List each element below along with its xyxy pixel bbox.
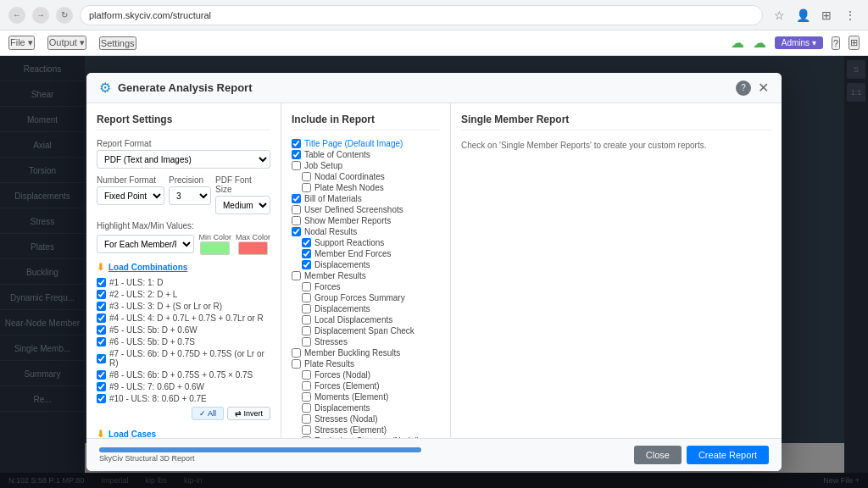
include-label-26: Stresses (Element): [314, 425, 387, 435]
lc-8: #8 - ULS: 6b: D + 0.75S + 0.75 × 0.7S: [97, 370, 270, 380]
include-checkbox-21[interactable]: [302, 370, 311, 380]
include-item-20: Plate Results: [292, 359, 440, 369]
include-item-11: Displacements: [292, 260, 440, 269]
include-item-9: Support Reactions: [292, 238, 440, 247]
max-color-box[interactable]: [238, 241, 268, 255]
settings-button[interactable]: Settings: [99, 36, 136, 50]
include-item-21: Forces (Nodal): [292, 370, 440, 380]
lc-5-checkbox[interactable]: [97, 325, 106, 335]
bookmark-icon[interactable]: ☆: [770, 6, 788, 25]
include-label-12: Member Results: [304, 271, 366, 280]
number-format-select[interactable]: Fixed Point: [97, 186, 164, 205]
lc-8-label: #8 - ULS: 6b: D + 0.75S + 0.75 × 0.7S: [109, 370, 253, 380]
help-button[interactable]: ?: [832, 36, 840, 50]
report-settings-title: Report Settings: [97, 114, 270, 130]
include-checkbox-9[interactable]: [302, 238, 311, 247]
include-item-23: Moments (Element): [292, 392, 440, 402]
include-checkbox-25[interactable]: [302, 414, 311, 424]
lc-invert-button[interactable]: ⇄ Invert: [227, 407, 270, 420]
include-checkbox-24[interactable]: [302, 403, 311, 413]
lc-6-checkbox[interactable]: [97, 337, 106, 347]
back-button[interactable]: ←: [8, 7, 25, 24]
modal-overlay: ⚙ Generate Analysis Report ? ✕ Report Se…: [0, 56, 868, 488]
include-checkbox-2[interactable]: [292, 161, 301, 170]
include-checkbox-13[interactable]: [302, 282, 311, 291]
include-checkbox-8[interactable]: [292, 227, 301, 236]
precision-select[interactable]: 3: [169, 186, 211, 205]
pdf-font-size-select[interactable]: Medium: [215, 196, 270, 214]
url-bar[interactable]: platform.skyciv.com/structural: [80, 5, 763, 25]
include-checkbox-7[interactable]: [292, 216, 301, 225]
lc-2-label: #2 - ULS: 2: D + L: [109, 290, 177, 299]
lc-3-checkbox[interactable]: [97, 302, 106, 311]
include-label-20: Plate Results: [304, 359, 354, 369]
include-checkbox-10[interactable]: [302, 249, 311, 258]
include-checkbox-19[interactable]: [292, 348, 301, 358]
forward-button[interactable]: →: [32, 7, 49, 24]
number-format-row: Number Format Fixed Point Precision 3: [97, 175, 270, 221]
create-report-button[interactable]: Create Report: [687, 446, 769, 464]
include-checkbox-3[interactable]: [302, 172, 311, 181]
include-label-17: Displacement Span Check: [314, 326, 415, 336]
include-item-24: Displacements: [292, 403, 440, 413]
include-checkbox-14[interactable]: [302, 293, 311, 302]
include-item-19: Member Buckling Results: [292, 348, 440, 358]
extensions-icon[interactable]: ⊞: [817, 6, 836, 25]
include-checkbox-26[interactable]: [302, 425, 311, 435]
cloud-save-icon[interactable]: ☁: [731, 35, 744, 51]
for-each-select[interactable]: For Each Member/Plate: [97, 235, 194, 253]
profile-icon[interactable]: 👤: [793, 6, 812, 25]
include-item-16: Local Displacements: [292, 315, 440, 324]
include-checkbox-5[interactable]: [292, 194, 301, 203]
include-checkbox-16[interactable]: [302, 315, 311, 324]
close-button[interactable]: Close: [634, 446, 682, 464]
lc-4-checkbox[interactable]: [97, 313, 106, 323]
include-checkbox-11[interactable]: [302, 260, 311, 269]
grid-button[interactable]: ⊞: [849, 36, 860, 50]
include-checkbox-12[interactable]: [292, 271, 301, 280]
include-label-22: Forces (Element): [314, 381, 380, 391]
include-label-8: Nodal Results: [304, 227, 357, 236]
lc-7-checkbox[interactable]: [97, 354, 106, 363]
include-checkbox-15[interactable]: [302, 304, 311, 313]
include-checkbox-6[interactable]: [292, 205, 301, 214]
include-checkbox-4[interactable]: [302, 183, 311, 192]
lc-10-checkbox[interactable]: [97, 394, 106, 403]
dialog-title: Generate Analysis Report: [118, 81, 729, 94]
lc-9-checkbox[interactable]: [97, 382, 106, 391]
include-item-7: Show Member Reports: [292, 216, 440, 225]
pdf-font-size-group: PDF Font Size Medium: [215, 175, 270, 214]
include-checkbox-17[interactable]: [302, 326, 311, 336]
lc-3-label: #3 - ULS: 3: D + (S or Lr or R): [109, 302, 222, 311]
file-menu-button[interactable]: File ▾: [8, 36, 35, 50]
lc-5: #5 - ULS: 5b: D + 0.6W: [97, 325, 270, 335]
footer-progress-container: SkyCiv Structural 3D Report: [99, 447, 626, 463]
include-label-7: Show Member Reports: [304, 216, 391, 225]
include-checkbox-20[interactable]: [292, 359, 301, 369]
include-label-14: Group Forces Summary: [314, 293, 405, 302]
include-checkbox-1[interactable]: [292, 150, 301, 159]
menu-icon[interactable]: ⋮: [841, 6, 860, 25]
include-checkbox-0[interactable]: [292, 139, 301, 148]
lc-4: #4 - ULS: 4: D + 0.7L + 0.7S + 0.7Lr or …: [97, 313, 270, 323]
refresh-button[interactable]: ↻: [56, 7, 73, 24]
load-combinations-link[interactable]: Load Combinations: [108, 263, 187, 272]
min-color-box[interactable]: [200, 241, 230, 255]
include-checkbox-23[interactable]: [302, 392, 311, 402]
lc-8-checkbox[interactable]: [97, 370, 106, 380]
include-checkbox-18[interactable]: [302, 337, 311, 347]
report-format-select[interactable]: PDF (Text and Images): [97, 150, 270, 169]
dialog-close-x-button[interactable]: ✕: [758, 81, 769, 95]
load-cases-link[interactable]: Load Cases: [108, 430, 156, 438]
include-item-3: Nodal Coordinates: [292, 172, 440, 181]
lc-2-checkbox[interactable]: [97, 290, 106, 299]
dialog-help-button[interactable]: ?: [736, 80, 751, 96]
cloud-sync-icon[interactable]: ☁: [753, 35, 766, 51]
lc-3: #3 - ULS: 3: D + (S or Lr or R): [97, 302, 270, 311]
lc-1-checkbox[interactable]: [97, 278, 106, 287]
lc-1-label: #1 - ULS: 1: D: [109, 278, 163, 287]
include-checkbox-22[interactable]: [302, 381, 311, 391]
admin-button[interactable]: Admins ▾: [775, 36, 823, 49]
lc-all-button[interactable]: ✓ All: [192, 407, 224, 420]
output-menu-button[interactable]: Output ▾: [47, 36, 86, 50]
